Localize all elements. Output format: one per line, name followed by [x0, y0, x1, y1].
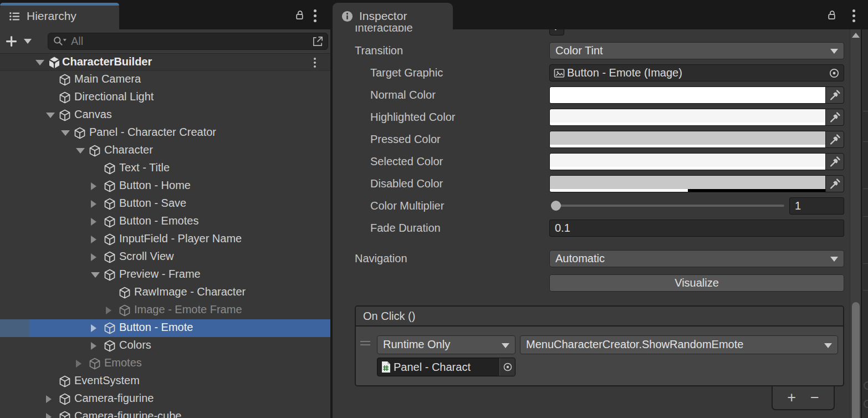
color-swatch[interactable] — [550, 131, 825, 147]
inspector-lock-icon[interactable] — [825, 9, 838, 22]
foldout-arrow[interactable] — [91, 324, 96, 332]
open-search-window-icon[interactable] — [308, 33, 328, 49]
color-multiplier-slider-track[interactable] — [554, 205, 784, 207]
scrollbar-thumb[interactable] — [852, 302, 860, 418]
create-object-button[interactable] — [4, 33, 35, 49]
chevron-down-icon — [502, 343, 509, 348]
more-menu-icon[interactable] — [314, 9, 317, 24]
tree-item-button-emotes[interactable]: Button - Emotes — [0, 213, 330, 231]
gameobject-cube-icon — [58, 375, 72, 388]
tree-item-canvas[interactable]: Canvas — [0, 106, 330, 124]
eyedropper-button[interactable] — [825, 154, 844, 170]
foldout-arrow[interactable] — [76, 360, 81, 368]
foldout-arrow[interactable] — [91, 236, 96, 243]
inspector-scrollbar[interactable] — [850, 29, 861, 418]
foldout-arrow[interactable] — [76, 148, 85, 154]
on-click-event-box: On Click () Runtime Only MenuCharacterCr… — [355, 305, 844, 386]
tree-item-label: RawImage - Character — [134, 286, 246, 298]
on-click-title: On Click () — [356, 307, 843, 327]
foldout-arrow[interactable] — [46, 395, 52, 403]
scene-header-row[interactable]: CharacterBuilder — [0, 53, 330, 71]
hierarchy-panel: Hierarchy CharacterBuilder — [0, 0, 330, 418]
tree-item-label: Directional Light — [74, 90, 154, 103]
eyedropper-button[interactable] — [825, 131, 844, 147]
eyedropper-button[interactable] — [825, 176, 844, 192]
add-event-button[interactable]: + — [787, 390, 796, 405]
navigation-dropdown[interactable]: Automatic — [549, 250, 844, 267]
foldout-arrow[interactable] — [91, 272, 100, 278]
transition-dropdown[interactable]: Color Tint — [549, 42, 844, 59]
foldout-arrow[interactable] — [106, 307, 111, 314]
foldout-arrow[interactable] — [91, 182, 96, 190]
eyedropper-button[interactable] — [825, 109, 844, 125]
tree-item-image-emote-frame[interactable]: Image - Emote Frame — [0, 302, 330, 319]
tree-item-emotes[interactable]: Emotes — [0, 355, 330, 373]
tree-item-inputfield-player-name[interactable]: InputField - Player Name — [0, 231, 330, 248]
foldout-arrow[interactable] — [91, 342, 96, 350]
color-swatch[interactable] — [550, 154, 825, 170]
tree-item-scroll-view[interactable]: Scroll View — [0, 248, 330, 266]
selected-color-label: Selected Color — [370, 153, 443, 170]
remove-event-button[interactable]: − — [810, 390, 819, 405]
object-picker-button[interactable] — [499, 358, 515, 376]
inspector-content: Transition Color Tint Target Graphic But… — [333, 29, 850, 418]
gameobject-cube-icon — [58, 73, 72, 86]
tree-item-colors[interactable]: Colors — [0, 337, 330, 355]
tree-item-directional-light[interactable]: Directional Light — [0, 89, 330, 106]
tree-item-main-camera[interactable]: Main Camera — [0, 71, 330, 89]
tree-item-button-emote[interactable]: Button - Emote — [0, 319, 330, 337]
tree-item-button-home[interactable]: Button - Home — [0, 177, 330, 195]
foldout-arrow[interactable] — [46, 113, 55, 118]
event-target-object-field[interactable]: Panel - Charact — [377, 358, 515, 376]
fade-duration-field[interactable] — [549, 220, 844, 237]
foldout-arrow[interactable] — [61, 130, 70, 136]
tab-hierarchy[interactable]: Hierarchy — [0, 3, 119, 29]
gameobject-cube-icon — [118, 304, 131, 317]
interactable-label-clipped: Interactable — [355, 26, 499, 34]
foldout-arrow[interactable] — [91, 253, 96, 261]
chevron-down-icon — [830, 257, 838, 262]
scene-more-menu-icon[interactable] — [314, 58, 317, 69]
alpha-bar — [550, 189, 825, 192]
tree-item-label: Button - Emote — [119, 321, 193, 334]
foldout-arrow[interactable] — [91, 218, 96, 226]
tree-item-preview-frame[interactable]: Preview - Frame — [0, 266, 330, 284]
tree-item-camera-figurine-cube[interactable]: Camera-figurine-cube — [0, 408, 330, 418]
chevron-down-icon — [830, 49, 838, 54]
highlighted-color-label: Highlighted Color — [370, 109, 455, 126]
search-icon[interactable] — [53, 35, 68, 47]
interactable-checkbox-clipped[interactable] — [549, 29, 571, 35]
color-swatch[interactable] — [550, 87, 825, 103]
color-swatch[interactable] — [550, 176, 825, 192]
foldout-arrow[interactable] — [46, 413, 52, 418]
event-mode-dropdown[interactable]: Runtime Only — [377, 335, 515, 354]
search-input[interactable] — [71, 35, 308, 48]
event-method-dropdown[interactable]: MenuCharacterCreator.ShowRandomEmote — [520, 335, 838, 354]
color-swatch[interactable] — [550, 109, 825, 125]
tree-item-label: Text - Title — [119, 161, 170, 174]
info-icon — [341, 10, 354, 23]
tree-item-text-title[interactable]: Text - Title — [0, 160, 330, 177]
gameobject-cube-icon — [58, 91, 72, 104]
tree-item-character[interactable]: Character — [0, 142, 330, 160]
foldout-arrow[interactable] — [91, 200, 96, 208]
tree-item-eventsystem[interactable]: EventSystem — [0, 373, 330, 390]
visualize-button[interactable]: Visualize — [549, 274, 844, 292]
tree-item-button-save[interactable]: Button - Save — [0, 195, 330, 213]
tree-item-rawimage-character[interactable]: RawImage - Character — [0, 284, 330, 302]
tree-item-camera-figurine[interactable]: Camera-figurine — [0, 390, 330, 408]
lock-icon[interactable] — [293, 9, 306, 22]
tree-item-label: Emotes — [104, 356, 142, 369]
target-graphic-field[interactable]: Button - Emote (Image) — [549, 64, 844, 81]
foldout-arrow[interactable] — [35, 60, 44, 65]
tree-item-label: Colors — [119, 339, 151, 351]
inspector-more-menu-icon[interactable] — [852, 9, 856, 24]
tree-item-label: Scroll View — [119, 250, 174, 263]
tree-item-panel-character-creator[interactable]: Panel - Character Creator — [0, 124, 330, 142]
color-multiplier-value[interactable] — [789, 197, 844, 215]
scroll-up-arrow[interactable] — [852, 33, 860, 38]
color-multiplier-slider-handle[interactable] — [551, 201, 561, 211]
object-picker-icon[interactable] — [828, 67, 840, 79]
drag-handle-icon[interactable] — [360, 341, 370, 348]
eyedropper-button[interactable] — [825, 87, 844, 103]
